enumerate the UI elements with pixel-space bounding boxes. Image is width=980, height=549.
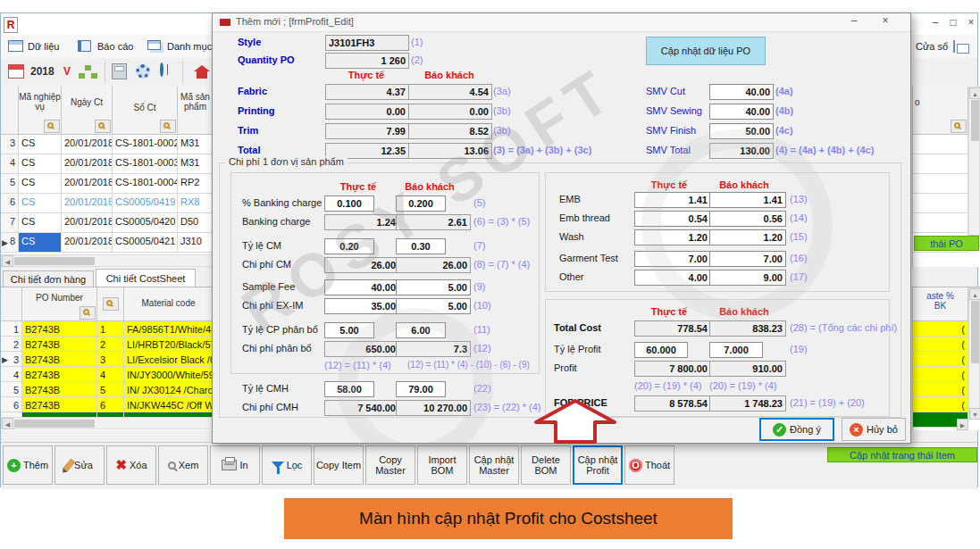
profit-rate-row: Tỷ lệ Profit 60.000 7.000 (19) <box>213 342 910 358</box>
data-menu-icon <box>8 40 23 54</box>
garment-test-actual-field[interactable]: 7.00 <box>634 251 711 267</box>
menu-danh-muc[interactable]: Danh mục <box>167 38 212 54</box>
ok-icon: ✓ <box>773 423 786 437</box>
column-header-ma-nghiep-vu[interactable]: Mã nghiệp vụ <box>19 87 62 135</box>
thoat-button[interactable]: OThoát <box>624 445 674 485</box>
calendar-icon[interactable] <box>8 64 24 79</box>
maximize-icon[interactable]: □ <box>946 16 960 29</box>
import-bom-button[interactable]: Import BOM <box>417 445 467 485</box>
year-label[interactable]: 2018 <box>30 65 54 78</box>
emb-actual-field[interactable]: 1.41 <box>634 192 711 208</box>
column-header-waste-bk[interactable]: aste %BK <box>913 287 968 321</box>
smv-sewing-row: SMV Sewing 40.00 (4b) <box>213 104 910 120</box>
menu-cua-so[interactable]: Cửa sổ <box>916 38 948 54</box>
close-icon[interactable]: × <box>878 14 892 27</box>
column-header-ma-san-pham[interactable]: Mã sản phẩm <box>178 87 213 135</box>
globe-icon[interactable] <box>160 62 163 77</box>
wash-row: Wash 1.20 1.20 (15) <box>213 229 910 245</box>
scroll-down-icon[interactable]: ▼ <box>969 408 980 420</box>
minimize-icon[interactable]: – <box>847 14 861 27</box>
scroll-left-icon[interactable]: ◀ <box>2 418 13 429</box>
update-po-data-button[interactable]: Cập nhật dữ liệu PO <box>646 37 766 65</box>
sua-button[interactable]: Sửa <box>54 445 105 485</box>
fob-actual-field[interactable]: 8 578.54 <box>634 395 711 412</box>
loc-button[interactable]: Lọc <box>262 445 312 485</box>
quantity-po-field[interactable]: 1 260 <box>325 53 409 69</box>
total-cost-customer-field[interactable]: 838.23 <box>709 320 786 337</box>
emb-thread-actual-field[interactable]: 0.54 <box>634 211 711 227</box>
close-icon[interactable]: × <box>964 16 978 29</box>
horizontal-scrollbar[interactable]: ◀ <box>1 417 213 429</box>
app-logo: R <box>4 17 18 33</box>
horizontal-scrollbar[interactable]: ◀ <box>1 254 213 267</box>
them-button[interactable]: +Thêm <box>3 445 53 485</box>
menu-du-lieu[interactable]: Dữ liệu <box>28 38 60 54</box>
search-icon[interactable] <box>95 120 111 133</box>
smv-sewing-field[interactable]: 40.00 <box>709 104 774 120</box>
profit-rate-customer-field[interactable]: 7.000 <box>709 342 763 358</box>
total-cost-actual-field[interactable]: 778.54 <box>634 320 711 337</box>
search-icon[interactable] <box>160 120 176 133</box>
search-icon[interactable] <box>44 120 60 133</box>
emb-customer-field[interactable]: 1.41 <box>709 192 786 208</box>
minimize-icon[interactable]: – <box>928 16 942 29</box>
windows-icon <box>953 41 955 52</box>
update-item-status-button[interactable]: Cập nhật trang thái Item <box>827 447 977 462</box>
scroll-left-icon[interactable]: ◀ <box>2 255 13 267</box>
dong-y-button[interactable]: ✓Đồng ý <box>759 418 834 441</box>
smv-finish-row: SMV Finish 50.00 (4c) <box>213 123 910 139</box>
tab-chi-tiet-don-hang[interactable]: Chi tiết đơn hàng <box>3 270 94 287</box>
profit-formula-actual: (20) = (19) * (4) <box>634 380 702 391</box>
smv-cut-field[interactable]: 40.00 <box>709 84 774 100</box>
search-icon[interactable] <box>103 297 119 311</box>
garment-test-customer-field[interactable]: 7.00 <box>709 251 786 267</box>
fob-customer-field[interactable]: 1 748.23 <box>709 395 786 412</box>
menu-bao-cao[interactable]: Báo cáo <box>97 38 133 54</box>
wash-customer-field[interactable]: 1.20 <box>709 229 786 245</box>
calculator-icon[interactable] <box>112 63 127 79</box>
profit-customer-field[interactable]: 910.00 <box>709 361 786 377</box>
cap-nhat-master-button[interactable]: Cập nhật Master <box>469 445 519 485</box>
copy-master-button[interactable]: Copy Master <box>365 445 415 485</box>
gear-icon[interactable] <box>136 64 150 79</box>
column-header-po-number[interactable]: PO Number <box>22 287 97 321</box>
scroll-right-icon[interactable]: ▶ <box>957 419 968 430</box>
column-customer-header: Báo khách <box>408 70 490 80</box>
vertical-scrollbar[interactable]: ▲ ▼ <box>968 287 980 419</box>
column-header-seq[interactable] <box>97 287 124 321</box>
style-field[interactable]: J3101FH3 <box>325 35 409 51</box>
search-icon[interactable] <box>80 306 96 320</box>
tab-chi-tiet-costsheet[interactable]: Chi tiết CostSheet <box>96 269 196 287</box>
xoa-button[interactable]: ✖Xóa <box>106 445 156 485</box>
in-button[interactable]: In <box>210 445 260 485</box>
other-customer-field[interactable]: 9.00 <box>709 270 786 286</box>
smv-total-field[interactable]: 130.00 <box>709 143 774 159</box>
scroll-up-icon[interactable]: ▲ <box>969 288 980 300</box>
scroll-up-icon[interactable]: ▲ <box>969 87 980 99</box>
update-po-status-button[interactable]: thái PO <box>914 236 979 251</box>
total-cost-row: Total Cost 778.54 838.23 (28) = (Tổng cá… <box>213 320 910 337</box>
profit-rate-actual-field[interactable]: 60.000 <box>634 342 688 358</box>
column-header-so-ct[interactable]: Số Ct <box>113 87 178 135</box>
cap-nhat-profit-button[interactable]: Cập nhật Profit <box>573 445 623 485</box>
emb-thread-customer-field[interactable]: 0.56 <box>709 211 786 227</box>
copy-item-button[interactable]: Copy Item <box>314 445 364 485</box>
wash-actual-field[interactable]: 1.20 <box>634 229 711 245</box>
org-chart-icon[interactable] <box>85 65 91 71</box>
xem-button[interactable]: Xem <box>158 445 208 485</box>
delete-bom-button[interactable]: Delete BOM <box>521 445 571 485</box>
print-icon <box>222 460 237 470</box>
smv-cut-row: SMV Cut 40.00 (4a) <box>213 84 910 100</box>
add-icon: + <box>7 459 21 472</box>
profit-actual-field[interactable]: 7 800.00 <box>634 361 711 377</box>
column-header-ngay-ct[interactable]: Ngày Ct <box>62 87 113 135</box>
search-icon[interactable] <box>951 120 967 133</box>
huy-bo-button[interactable]: ×Hủy bỏ <box>842 418 906 441</box>
vertical-scrollbar[interactable]: ▲ ▼ <box>968 87 980 245</box>
year-dropdown-marker[interactable]: V <box>63 65 71 78</box>
other-actual-field[interactable]: 4.00 <box>634 270 711 286</box>
smv-finish-field[interactable]: 50.00 <box>709 123 774 139</box>
column-header-material-code[interactable]: Material code <box>124 287 213 321</box>
current-row-pointer: ▶ <box>2 355 8 364</box>
emb-row: EMB 1.41 1.41 (13) <box>213 192 910 208</box>
